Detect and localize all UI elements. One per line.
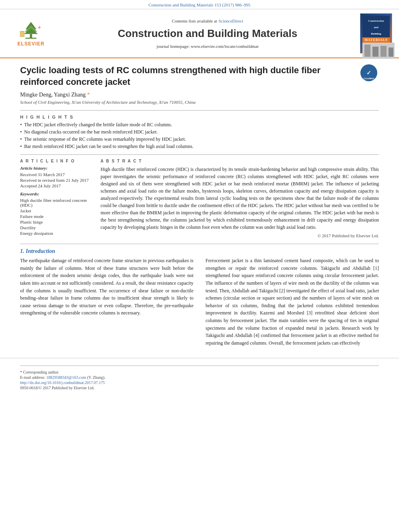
svg-rect-10 (372, 47, 378, 57)
article-info-col: A R T I C L E I N F O Article history: R… (20, 159, 93, 238)
journal-homepage-text: journal homepage: www.elsevier.com/locat… (156, 44, 258, 49)
cover-image-svg (362, 43, 395, 59)
main-content: Cyclic loading tests of RC columns stren… (0, 58, 399, 358)
science-direct-link[interactable]: ScienceDirect (218, 18, 243, 23)
abstract-label: A B S T R A C T (101, 159, 379, 163)
journal-ref-bar: Construction and Building Materials 153 … (0, 0, 399, 9)
highlights-section: H I G H L I G H T S The HDC jacket effec… (20, 115, 379, 150)
contents-line: Contents lists available at ScienceDirec… (172, 18, 243, 24)
right-para-text: Ferrocement jacket is a thin laminated c… (206, 258, 379, 346)
cover-image-placeholder (362, 43, 390, 59)
email-link[interactable]: 18829588343@163.com (46, 375, 86, 380)
email-line: E-mail address: 18829588343@163.com (Y. … (20, 375, 379, 380)
cover-title-line1: Construction (368, 19, 384, 23)
crossmark-svg: ✓ CrossMark (361, 65, 376, 80)
highlight-item-1: The HDC jacket effectively changed the b… (20, 122, 379, 128)
section-1-body: The earthquake damage of reinforced conc… (20, 257, 379, 347)
elsevier-tree-icon (17, 20, 45, 40)
svg-text:CrossMark: CrossMark (364, 77, 374, 80)
highlight-item-4: Bar mesh reinforced HDC jacket can be us… (20, 144, 379, 150)
keywords-label: Keywords: (20, 191, 93, 196)
journal-ref-text: Construction and Building Materials 153 … (148, 2, 251, 7)
header-center: Contents lists available at ScienceDirec… (61, 13, 354, 53)
keyword-3: Failure mode (20, 214, 93, 219)
section-1-number: 1. (20, 248, 25, 254)
highlights-label: H I G H L I G H T S (20, 115, 379, 119)
journal-homepage-line: journal homepage: www.elsevier.com/locat… (156, 43, 258, 49)
elsevier-text: ELSEVIER (17, 41, 44, 47)
cover-title-line3: Building (371, 32, 381, 35)
svg-rect-6 (21, 31, 24, 37)
issn-line: 0950-0618/© 2017 Published by Elsevier L… (20, 386, 379, 390)
author-asterisk: * (86, 92, 90, 98)
keyword-1: High ductile fiber reinforced concrete (… (20, 198, 93, 207)
svg-rect-11 (380, 46, 387, 57)
footer-divider (20, 366, 379, 366)
section-1-title: Introduction (26, 248, 55, 254)
article-info-abstract-section: A R T I C L E I N F O Article history: R… (20, 159, 379, 238)
email-suffix: (Y. Zhang). (87, 375, 105, 380)
highlight-item-2: No diagonal cracks occurred on the bar m… (20, 129, 379, 135)
section-1-left-para: The earthquake damage of reinforced conc… (20, 257, 193, 317)
article-title: Cyclic loading tests of RC columns stren… (20, 65, 355, 88)
journal-title-main: Construction and Building Materials (118, 27, 297, 40)
copyright-line: © 2017 Published by Elsevier Ltd. (101, 233, 379, 238)
keyword-6: Energy dissipation (20, 231, 93, 236)
page-container: Construction and Building Materials 153 … (0, 0, 399, 393)
header-right: Construction and Building MATERIALS (358, 13, 394, 53)
received-date: Received 31 March 2017 (20, 172, 93, 177)
affiliation: School of Civil Engineering, Xi'an Unive… (20, 100, 379, 105)
journal-cover-thumbnail: Construction and Building MATERIALS (360, 13, 392, 53)
authors-text: Mingke Deng, Yangxi Zhang (20, 92, 86, 98)
svg-rect-12 (389, 47, 393, 57)
header-left: ELSEVIER (5, 13, 57, 53)
abstract-text: High ductile fiber reinforced concrete (… (101, 166, 379, 231)
svg-rect-9 (364, 45, 370, 57)
divider-2 (20, 154, 379, 155)
section-1: 1. Introduction The earthquake damage of… (20, 248, 379, 347)
received-revised-date: Received in revised form 21 July 2017 (20, 178, 93, 183)
crossmark-icon: ✓ CrossMark (360, 64, 377, 81)
contents-text: Contents lists available at (172, 18, 217, 23)
keyword-4: Plastic hinge (20, 220, 93, 224)
accepted-date: Accepted 24 July 2017 (20, 183, 93, 188)
email-label: E-mail address: (20, 375, 45, 380)
corresponding-text: * Corresponding author. (20, 370, 59, 374)
section-1-right-para: Ferrocement jacket is a thin laminated c… (206, 257, 379, 347)
cover-top: Construction and Building (362, 16, 390, 37)
crossmark-badge[interactable]: ✓ CrossMark (359, 65, 379, 81)
doi-text: http://dx.doi.org/10.1016/j.conbuildmat.… (20, 380, 105, 385)
section-1-left-col: The earthquake damage of reinforced conc… (20, 257, 193, 347)
section-1-heading: 1. Introduction (20, 248, 379, 255)
history-label: Article history: (20, 166, 93, 170)
section-1-right-col: Ferrocement jacket is a thin laminated c… (206, 257, 379, 347)
svg-text:✓: ✓ (366, 70, 371, 76)
footer-area: * Corresponding author. E-mail address: … (0, 358, 399, 393)
article-title-section: Cyclic loading tests of RC columns stren… (20, 65, 379, 88)
cover-bottom: MATERIALS (362, 37, 390, 43)
svg-point-7 (38, 26, 40, 28)
cover-title-line4: MATERIALS (365, 38, 388, 42)
article-info-label: A R T I C L E I N F O (20, 159, 93, 163)
doi-line[interactable]: http://dx.doi.org/10.1016/j.conbuildmat.… (20, 380, 379, 385)
corresponding-note: * Corresponding author. (20, 370, 379, 374)
authors-line: Mingke Deng, Yangxi Zhang * (20, 92, 379, 98)
divider-1 (20, 110, 379, 111)
svg-rect-1 (25, 38, 36, 39)
keyword-5: Ductility (20, 225, 93, 230)
divider-3 (20, 244, 379, 244)
elsevier-logo-container: ELSEVIER (17, 20, 45, 47)
keyword-2: Jacket (20, 208, 93, 213)
highlight-item-3: The seismic response of the RC columns w… (20, 136, 379, 142)
header-area: ELSEVIER Contents lists available at Sci… (0, 9, 399, 58)
abstract-col: A B S T R A C T High ductile fiber reinf… (101, 159, 379, 238)
cover-title-line2: and (374, 26, 378, 29)
